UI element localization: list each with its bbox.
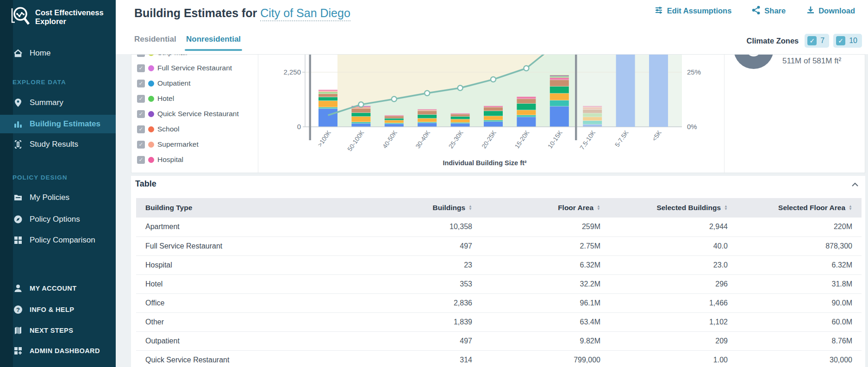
magnifier-chart-icon [10,6,31,29]
share-icon [752,6,761,16]
download-icon [806,6,815,16]
checkbox-checked-icon[interactable]: ✓ [137,95,145,103]
value-cell: 209 [610,331,737,350]
tab-residential[interactable]: Residential [134,35,176,44]
legend-item-hospital[interactable]: ✓ Hospital [137,154,183,165]
value-cell: 799,000 [481,350,610,367]
brand-line2: Explorer [35,17,66,25]
share-button[interactable]: Share [752,6,786,16]
gauge-caption: 511M of 581M ft² [782,56,841,66]
climate-zone-7-toggle[interactable]: ✓7 [805,34,829,48]
value-cell: 314 [355,350,481,367]
legend-item-outpatient[interactable]: ✓ Outpatient [137,78,191,89]
legend-item-quick-service-restaurant[interactable]: ✓ Quick Service Restaurant [137,108,239,119]
app-root: Cost Effectiveness Explorer HomeEXPLORE … [0,0,868,367]
building-type-cell: Apartment [136,218,355,236]
value-cell: 1.00 [610,350,737,367]
sidebar-item-next-steps[interactable]: NEXT STEPS [0,321,116,340]
value-cell: 6.32M [737,255,862,274]
brand-line1: Cost Effectiveness [35,8,104,17]
checkbox-checked-icon: ✓ [807,36,817,45]
value-cell: 8.76M [737,331,862,350]
sidebar: Cost Effectiveness Explorer HomeEXPLORE … [0,0,116,367]
svg-text:0: 0 [297,123,301,131]
value-cell: 23 [355,255,481,274]
column-header-building-type[interactable]: Building Type [136,198,355,218]
sidebar-item-home[interactable]: Home [0,44,116,62]
sort-icon[interactable]: ▲▼ [849,205,852,211]
value-cell: 6.32M [481,255,610,274]
sidebar-item-my-policies[interactable]: My Policies [0,188,116,207]
sort-icon[interactable]: ▲▼ [724,205,728,211]
page-title-text: Building Estimates for [134,6,257,19]
home-icon [12,49,24,58]
sidebar-item-policy-comparison[interactable]: Policy Comparison [0,231,116,249]
series-color-dot [148,111,154,117]
building-estimates-chart-card: ✓ Strip Mall✓ Full Service Restaurant✓ O… [131,54,865,173]
checkbox-checked-icon[interactable]: ✓ [137,141,145,149]
column-header-floor-area[interactable]: Floor Area▲▼ [481,198,610,218]
series-color-dot [148,157,154,163]
svg-text:25%: 25% [687,68,701,76]
column-header-buildings[interactable]: Buildings▲▼ [355,198,481,218]
checkbox-checked-icon[interactable]: ✓ [137,64,145,72]
sort-icon[interactable]: ▲▼ [597,205,600,211]
sidebar-item-info-help[interactable]: ?INFO & HELP [0,300,116,319]
range-slider-handle-left[interactable] [309,55,312,140]
folder-icon [12,193,24,202]
column-header-selected-buildings[interactable]: Selected Buildings▲▼ [610,198,737,218]
value-cell: 1,102 [610,312,737,331]
sidebar-section-explore-data: EXPLORE DATA [12,79,66,86]
climate-zone-10-toggle[interactable]: ✓10 [833,34,862,48]
app-logo[interactable]: Cost Effectiveness Explorer [10,6,104,29]
svg-text:0%: 0% [687,123,697,131]
edit-assumptions-button[interactable]: Edit Assumptions [655,6,732,16]
column-header-selected-floor-area[interactable]: Selected Floor Area▲▼ [737,198,862,218]
legend-item-supermarket[interactable]: ✓ Supermarket [137,139,199,150]
summary-panel: 511M of 581M ft² [724,55,865,173]
checkbox-checked-icon[interactable]: ✓ [137,156,145,164]
map-icon [12,326,24,335]
sidebar-item-building-estimates[interactable]: Building Estimates [0,115,116,133]
download-button[interactable]: Download [806,6,855,16]
building-type-cell: Hotel [136,274,355,293]
building-type-cell: Office [136,293,355,312]
person-icon [12,284,24,293]
value-cell: 1,466 [610,293,737,312]
series-color-dot [148,55,154,56]
building-type-cell: Other [136,312,355,331]
legend-item-full-service-restaurant[interactable]: ✓ Full Service Restaurant [137,62,232,74]
value-cell: 1,839 [355,312,481,331]
range-slider-handle-right[interactable] [575,55,577,140]
checkbox-checked-icon[interactable]: ✓ [137,80,145,87]
value-cell: 10,358 [355,218,481,236]
building-type-cell: Hospital [136,255,355,274]
legend-item-school[interactable]: ✓ School [137,124,179,135]
sidebar-item-summary[interactable]: Summary [0,93,116,112]
building-type-cell: Outpatient [136,331,355,350]
checkbox-checked-icon[interactable]: ✓ [137,55,145,57]
tab-nonresidential[interactable]: Nonresidential [186,35,241,44]
table-row: Hospital236.32M23.06.32M [136,255,862,274]
sidebar-item-my-account[interactable]: MY ACCOUNT [0,279,116,298]
svg-text:50-100K: 50-100K [346,129,366,152]
svg-text:Individual Building Size ft²: Individual Building Size ft² [443,159,526,167]
sort-icon[interactable]: ▲▼ [468,205,472,211]
legend-item-hotel[interactable]: ✓ Hotel [137,93,174,104]
sidebar-item-study-results[interactable]: Study Results [0,135,116,154]
sidebar-item-policy-options[interactable]: Policy Options [0,210,116,229]
value-cell: 96.1M [481,293,610,312]
svg-text:40-50K: 40-50K [381,129,398,149]
sidebar-item-admin-dashboard[interactable]: ADMIN DASHBOARD [0,342,116,360]
checkbox-checked-icon[interactable]: ✓ [137,125,145,133]
legend-item-strip-mall[interactable]: ✓ Strip Mall [137,55,187,58]
checkbox-checked-icon[interactable]: ✓ [137,110,145,118]
value-cell: 23.0 [610,255,737,274]
climate-zones-label: Climate Zones [747,37,799,45]
series-color-dot [148,65,154,71]
value-cell: 32.2M [481,274,610,293]
region-link[interactable]: City of San Diego [260,6,350,21]
collapse-section-chevron-icon[interactable] [851,180,859,189]
page-header: Building Estimates for City of San Diego… [116,0,868,54]
svg-text:15-20K: 15-20K [513,129,531,149]
